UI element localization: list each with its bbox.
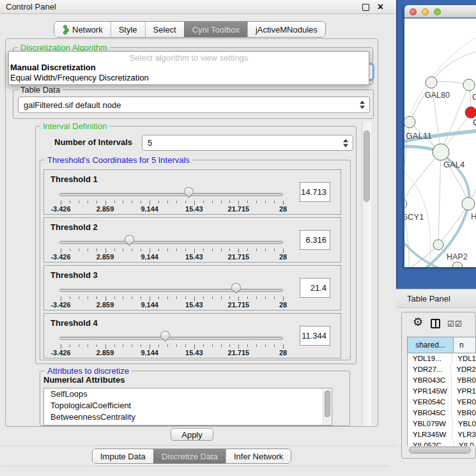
list-scrollbar[interactable] <box>323 389 331 425</box>
column-header-shared-name[interactable]: shared... <box>408 337 454 353</box>
cell-name[interactable]: YLR3 <box>452 429 476 440</box>
tick-label: 15.43 <box>185 349 203 357</box>
close-icon[interactable]: × <box>378 1 383 13</box>
cell-shared-name[interactable]: YPR145W <box>408 386 452 397</box>
tab-label: Style <box>119 25 137 35</box>
cell-shared-name[interactable]: YDL19... <box>408 353 452 364</box>
network-window-titlebar[interactable] <box>404 5 476 18</box>
tick-label: -3.426 <box>50 253 70 261</box>
horizontal-scrollbar[interactable] <box>409 447 471 454</box>
column-header-name[interactable]: n <box>454 337 475 353</box>
table-row[interactable]: YDL19...YDL1 <box>408 353 476 364</box>
mac-minimize-button[interactable] <box>422 8 429 15</box>
threshold-label: Threshold 4 <box>50 318 98 328</box>
table-row[interactable]: YBL079WYBL0 <box>408 418 476 429</box>
table-row[interactable]: YLR345WYLR3 <box>408 429 476 440</box>
apply-button[interactable]: Apply <box>171 428 213 441</box>
threshold-value-field[interactable]: 14.713 <box>300 182 330 202</box>
cell-shared-name[interactable]: YBR045C <box>408 408 452 418</box>
tab-jactivemnodules[interactable]: jActiveMNodules <box>247 22 325 37</box>
cell-name[interactable]: YDL1 <box>452 353 476 364</box>
network-view[interactable]: GAL80GACGAL11GAL4GCY1HHAP2 <box>404 19 476 267</box>
threshold-value-field[interactable]: 11.344 <box>300 326 330 346</box>
split-panel-icon[interactable] <box>431 319 440 328</box>
table-row[interactable]: YIL052CYIL0 <box>408 440 476 446</box>
tab-network[interactable]: Network <box>54 22 111 37</box>
table-row[interactable]: YPR145WYPR1 <box>408 386 476 397</box>
cell-name[interactable]: YER0 <box>452 397 476 408</box>
tab-label: jActiveMNodules <box>256 25 318 35</box>
tick-label: -3.426 <box>50 205 70 213</box>
slider-thumb[interactable] <box>160 331 170 338</box>
network-node-gcy1[interactable] <box>404 199 407 209</box>
cell-name[interactable]: YIL0 <box>454 440 476 446</box>
bottom-tab-infer-network[interactable]: Infer Network <box>226 449 291 463</box>
slider-track[interactable] <box>59 193 283 196</box>
cell-name[interactable]: YBR0 <box>452 375 476 386</box>
table-row[interactable]: YDR27...YDR2 <box>408 364 476 375</box>
network-node-gal80[interactable] <box>426 77 437 88</box>
table-panel-title: Table Panel <box>407 294 450 303</box>
network-node-gal4[interactable] <box>433 144 449 160</box>
mac-zoom-button[interactable] <box>434 8 441 15</box>
table-data-combo[interactable]: galFiltered.sif default node <box>18 96 370 113</box>
slider-track[interactable] <box>59 337 283 340</box>
checkbox-icon[interactable]: ☑ <box>455 320 462 328</box>
threshold-panel-3: Threshold 3 21.4 -3.4262.8599.14415.4321… <box>43 265 341 311</box>
cell-name[interactable]: YBL0 <box>453 418 476 429</box>
node-label-hap2: HAP2 <box>447 252 468 261</box>
cell-name[interactable]: YDR2 <box>451 364 476 375</box>
cell-shared-name[interactable]: YDR27... <box>408 364 451 375</box>
slider-thumb[interactable] <box>125 235 134 242</box>
table-row[interactable]: YBR045CYBR0 <box>408 408 476 418</box>
gear-icon[interactable]: ⚙ <box>413 316 423 328</box>
tick-label: -3.426 <box>50 301 70 309</box>
network-edge <box>438 152 441 245</box>
numerical-attributes-list[interactable]: SelfLoopsTopologicalCoefficientBetweenne… <box>43 388 332 426</box>
checkbox-icon[interactable]: ☑ <box>447 320 454 328</box>
threshold-value-field[interactable]: 21.4 <box>300 278 330 298</box>
attribute-item-selfloops[interactable]: SelfLoops <box>44 388 332 400</box>
node-label-gal80: GAL80 <box>425 91 450 100</box>
cell-shared-name[interactable]: YIL052C <box>408 440 454 446</box>
cell-shared-name[interactable]: YBL079W <box>408 418 453 429</box>
mac-close-button[interactable] <box>410 8 417 15</box>
tab-style[interactable]: Style <box>111 22 145 37</box>
network-node-red-node[interactable] <box>465 107 476 118</box>
content-scrollbar[interactable] <box>362 121 371 426</box>
network-edge <box>431 52 476 82</box>
tab-cyni-toolbox[interactable]: Cyni Toolbox <box>184 22 247 37</box>
divider <box>2 466 388 466</box>
algorithm-option-equal-width-frequency-discretization[interactable]: Equal Width/Frequency Discretization <box>9 73 369 83</box>
algorithm-option-manual-discretization[interactable]: Manual Discretization <box>9 63 369 73</box>
slider-thumb[interactable] <box>184 187 194 194</box>
table-row[interactable]: YER054CYER0 <box>408 397 476 408</box>
table-row[interactable]: YBR043CYBR0 <box>408 375 476 386</box>
number-of-intervals-combo[interactable]: 5 <box>142 135 353 151</box>
network-edge <box>404 122 410 164</box>
bottom-tab-impute-data[interactable]: Impute Data <box>93 449 153 463</box>
network-node-gal11[interactable] <box>404 116 415 128</box>
cell-shared-name[interactable]: YLR345W <box>408 429 452 440</box>
scrollbar-thumb[interactable] <box>364 130 370 202</box>
slider-track[interactable] <box>59 241 283 244</box>
cell-shared-name[interactable]: YER054C <box>408 397 452 408</box>
network-node-hap2[interactable] <box>433 240 443 250</box>
slider-track[interactable] <box>59 289 283 292</box>
scrollbar-thumb[interactable] <box>325 390 330 417</box>
slider-thumb[interactable] <box>231 283 241 290</box>
network-node-upper-right[interactable] <box>463 79 475 91</box>
cell-shared-name[interactable]: YBR043C <box>408 375 452 386</box>
cell-name[interactable]: YBR0 <box>452 408 476 418</box>
threshold-panel-2: Threshold 2 6.316 -3.4262.8599.14415.432… <box>43 217 341 263</box>
tab-select[interactable]: Select <box>145 22 184 37</box>
attribute-item-betweennesscentrality[interactable]: BetweennessCentrality <box>44 411 332 423</box>
screen: Control Panel × NetworkStyleSelectCyni T… <box>0 0 476 476</box>
node-label-ga: GA <box>472 93 476 102</box>
network-node-right-mid[interactable] <box>462 197 475 210</box>
cell-name[interactable]: YPR1 <box>452 386 476 397</box>
bottom-tab-discretize-data[interactable]: Discretize Data <box>153 449 226 463</box>
float-window-icon[interactable] <box>362 4 369 11</box>
attribute-item-topologicalcoefficient[interactable]: TopologicalCoefficient <box>44 400 332 411</box>
threshold-value-field[interactable]: 6.316 <box>300 230 330 250</box>
